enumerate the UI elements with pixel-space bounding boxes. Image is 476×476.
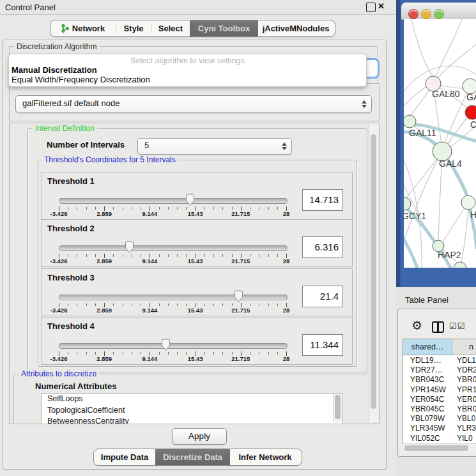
tick-mark xyxy=(277,303,278,306)
table-row[interactable]: YBL079WYBL0 xyxy=(403,414,476,424)
cell-shared-name: YDR27… xyxy=(410,365,443,374)
tab-infer-network[interactable]: Infer Network xyxy=(230,449,300,465)
tab-style[interactable]: Style xyxy=(116,20,151,36)
tab-select[interactable]: Select xyxy=(151,20,190,36)
network-node-gcy1[interactable] xyxy=(404,197,411,210)
column-header-shared-name[interactable]: shared… xyxy=(403,339,452,355)
table-row[interactable]: YBR045CYBR0 xyxy=(403,404,476,414)
table-row[interactable]: YLR345WYLR3 xyxy=(403,424,476,433)
split-columns-icon[interactable] xyxy=(432,321,444,333)
network-node-h[interactable] xyxy=(461,196,475,210)
tick-mark xyxy=(186,352,187,355)
threshold-value-field[interactable]: 11.344 xyxy=(302,334,343,356)
slider-track[interactable] xyxy=(59,295,288,300)
network-node-gal11[interactable] xyxy=(404,115,416,128)
tick-mark xyxy=(268,207,269,210)
table-horizontal-scrollbar-thumb[interactable] xyxy=(404,445,468,451)
network-window-titlebar[interactable] xyxy=(401,3,476,20)
slider-thumb[interactable] xyxy=(161,339,171,351)
number-of-intervals-combo[interactable]: 5 xyxy=(137,138,292,155)
close-traffic-light[interactable] xyxy=(408,9,418,19)
tick-label: 15.43 xyxy=(188,210,203,217)
tab-discretize-data[interactable]: Discretize Data xyxy=(155,449,230,465)
list-scrollbar[interactable] xyxy=(333,394,342,422)
gear-icon[interactable]: ⚙ xyxy=(411,318,422,333)
table-row[interactable]: YPR145WYPR1 xyxy=(403,385,476,395)
slider-track[interactable] xyxy=(59,245,288,251)
slider-thumb[interactable] xyxy=(234,290,243,303)
node-table: shared… n YDL19…YDL1YDR27…YDR2YBR043CYBR… xyxy=(403,339,476,444)
interval-definition-title: Interval Definition xyxy=(33,124,97,133)
minimize-traffic-light[interactable] xyxy=(421,9,431,19)
tick-mark xyxy=(68,254,68,257)
tick-label: 2.859 xyxy=(96,210,112,217)
tick-mark xyxy=(186,207,187,210)
tick-mark xyxy=(77,207,77,210)
table-data-combo[interactable]: galFiltered.sif default node xyxy=(15,95,372,113)
cell-shared-name: YPR145W xyxy=(410,385,446,394)
tick-mark xyxy=(268,254,269,257)
attribute-list-item[interactable]: SelfLoops xyxy=(42,394,342,405)
tick-mark xyxy=(141,207,141,210)
tick-mark xyxy=(204,254,205,257)
attribute-list-item[interactable]: TopologicalCoefficient xyxy=(42,405,342,417)
threshold-value-field[interactable]: 21.4 xyxy=(302,286,343,307)
tick-mark xyxy=(132,303,132,306)
network-canvas[interactable]: GAL80GACGAL11GAL4GCY1HHAP2 xyxy=(404,19,476,268)
list-scrollbar-thumb[interactable] xyxy=(335,395,341,419)
tick-mark xyxy=(141,254,141,257)
cell-name: YLR3 xyxy=(457,424,476,433)
tab-network[interactable]: Network xyxy=(50,20,116,36)
tab-jactivemnodules[interactable]: jActiveMNodules xyxy=(258,20,334,36)
combo-spinner-icon[interactable] xyxy=(362,100,367,108)
slider-track[interactable] xyxy=(59,198,288,204)
threshold-value-field[interactable]: 6.316 xyxy=(302,236,343,258)
number-of-intervals-label: Number of Intervals xyxy=(47,140,125,150)
algorithm-group-title: Discretization Algorithm xyxy=(14,42,99,51)
tick-mark xyxy=(123,254,123,257)
top-tab-bar: Network Style Select Cyni Toolbox jActiv… xyxy=(50,20,335,37)
tick-mark xyxy=(222,352,223,355)
tab-label: Discretize Data xyxy=(163,452,222,462)
node-label: GAL80 xyxy=(432,89,460,99)
table-row[interactable]: YDL19…YDL1 xyxy=(403,356,476,365)
combo-spinner-icon[interactable] xyxy=(282,142,287,150)
tab-cyni-toolbox[interactable]: Cyni Toolbox xyxy=(190,20,258,36)
apply-button[interactable]: Apply xyxy=(172,428,227,445)
slider-track[interactable] xyxy=(59,343,288,349)
tab-impute-data[interactable]: Impute Data xyxy=(94,449,155,465)
slider-thumb[interactable] xyxy=(185,194,195,206)
tick-mark xyxy=(177,352,178,355)
cell-name: YER0 xyxy=(457,395,476,404)
tick-mark xyxy=(132,352,132,355)
tick-label: 21.715 xyxy=(231,210,250,217)
table-row[interactable]: YIL052CYIL0 xyxy=(403,434,476,443)
vertical-scrollbar-thumb[interactable] xyxy=(371,134,376,409)
select-columns-icon[interactable]: ☑☑ xyxy=(449,321,465,331)
tick-mark xyxy=(113,207,114,210)
slider-thumb[interactable] xyxy=(125,241,134,254)
thresholds-group-title: Threshold's Coordinates for 5 Intervals xyxy=(42,155,178,164)
tick-mark xyxy=(113,352,114,355)
zoom-traffic-light[interactable] xyxy=(434,9,444,19)
close-button[interactable]: ✕ xyxy=(378,1,385,11)
menu-item-manual-discretization[interactable]: Manual Discretization xyxy=(12,65,97,75)
menu-item-equal-width-frequency[interactable]: Equal Width/Frequency Discretization xyxy=(12,75,150,84)
threshold-value-field[interactable]: 14.713 xyxy=(302,189,343,211)
tick-mark xyxy=(268,352,269,355)
network-node-c[interactable] xyxy=(465,105,476,119)
column-header-name[interactable]: n xyxy=(452,339,476,355)
settings-scrollpane: Interval Definition Number of Intervals … xyxy=(9,123,380,424)
tick-mark xyxy=(77,352,77,355)
table-row[interactable]: YDR27…YDR2 xyxy=(403,365,476,375)
attribute-list-item[interactable]: BetweennessCentrality xyxy=(42,416,342,424)
network-node[interactable] xyxy=(454,262,466,268)
tick-mark xyxy=(113,254,114,257)
table-row[interactable]: YBR043CYBR0 xyxy=(403,375,476,385)
tick-mark xyxy=(168,254,169,257)
table-horizontal-scrollbar[interactable] xyxy=(403,443,475,452)
table-row[interactable]: YER054CYER0 xyxy=(403,395,476,404)
float-button[interactable] xyxy=(366,3,376,12)
network-icon xyxy=(61,24,69,33)
tick-mark xyxy=(159,303,160,306)
